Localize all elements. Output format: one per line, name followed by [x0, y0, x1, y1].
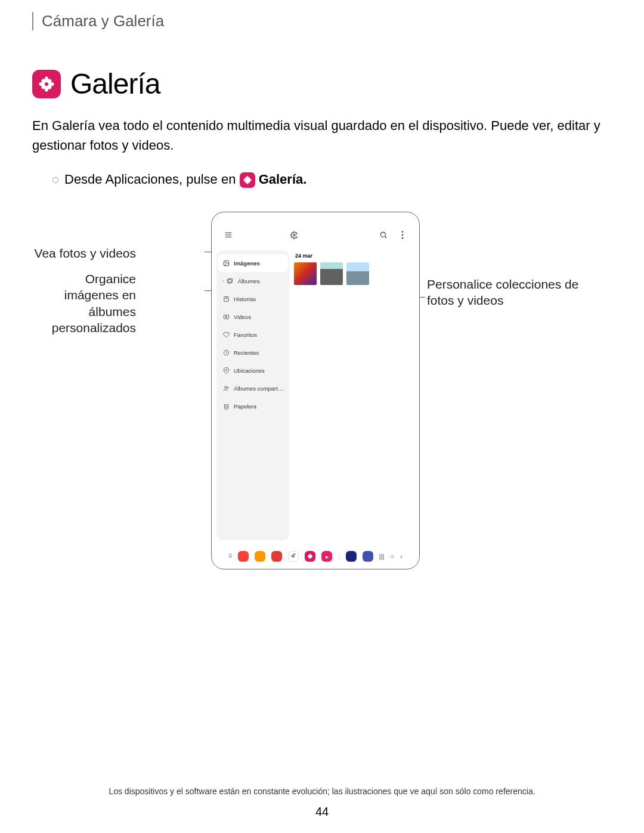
clock-icon [222, 349, 230, 356]
device-mockup: Imágenes › Álbumes Historias [211, 212, 420, 569]
sidebar-label: Imágenes [234, 260, 260, 267]
home-nav-icon[interactable]: ○ [390, 553, 394, 560]
search-icon[interactable] [379, 230, 388, 240]
heart-icon [222, 331, 230, 338]
sidebar-item-locations[interactable]: Ubicaciones [218, 361, 288, 379]
svg-marker-17 [225, 316, 227, 318]
svg-point-4 [380, 233, 385, 237]
chrome-icon[interactable] [288, 551, 299, 562]
sidebar-label: Historias [234, 296, 256, 302]
people-icon [222, 385, 230, 392]
svg-line-5 [385, 237, 387, 239]
sidebar-item-albums[interactable]: › Álbumes [218, 272, 288, 290]
app-icon[interactable] [238, 551, 249, 562]
sidebar-item-stories[interactable]: Historias [218, 290, 288, 308]
albums-icon [227, 277, 234, 284]
app-icon[interactable] [271, 551, 282, 562]
sidebar-item-favorites[interactable]: Favoritos [218, 326, 288, 343]
svg-point-6 [402, 231, 404, 233]
device-taskbar: ⠿ ▸ | ||| ○ ‹ [212, 545, 419, 569]
gallery-inline-icon [240, 172, 255, 188]
photo-thumbnail[interactable] [320, 262, 343, 285]
sidebar-label: Recientes [234, 349, 259, 356]
app-icon[interactable] [255, 551, 265, 562]
svg-point-19 [225, 369, 227, 371]
sidebar-item-videos[interactable]: Videos [218, 308, 288, 326]
breadcrumb: Cámara y Galería [42, 12, 608, 30]
svg-point-7 [402, 234, 404, 236]
pin-icon [222, 367, 230, 374]
sidebar-label: Álbumes [238, 278, 260, 284]
svg-point-20 [224, 386, 226, 388]
menu-icon[interactable] [224, 230, 233, 240]
apps-grid-icon[interactable]: ⠿ [228, 553, 232, 559]
page-number: 44 [0, 805, 644, 819]
sidebar-label: Favoritos [234, 332, 257, 338]
gallery-taskbar-icon[interactable] [305, 551, 315, 562]
sidebar-label: Papelera [234, 403, 256, 410]
callout-albums: Organice imágenes en álbumes personaliza… [32, 271, 136, 336]
gallery-app-icon [32, 70, 61, 98]
gear-icon[interactable] [289, 230, 299, 240]
photo-thumbnail[interactable] [346, 262, 369, 285]
svg-point-8 [402, 237, 404, 239]
sidebar-item-recents[interactable]: Recientes [218, 343, 288, 361]
recents-nav-icon[interactable]: ||| [379, 553, 385, 560]
page-title: Galería [70, 67, 160, 100]
sidebar-item-images[interactable]: Imágenes [218, 254, 288, 272]
video-icon [222, 313, 230, 320]
sidebar-item-shared-albums[interactable]: Álbumes compart… [218, 379, 288, 397]
chevron-right-icon: › [222, 278, 224, 284]
sidebar-label: Ubicaciones [234, 367, 265, 374]
svg-point-10 [225, 262, 225, 262]
gallery-grid: 24 mar [293, 250, 414, 540]
sidebar-label: Videos [234, 314, 251, 320]
trash-icon [222, 402, 230, 410]
callout-photos-videos: Vea fotos y videos [35, 245, 136, 261]
bullet-icon [52, 177, 58, 183]
sidebar-item-trash[interactable]: Papelera [218, 397, 288, 415]
instruction-text: Desde Aplicaciones, pulse en Galería. [64, 172, 306, 188]
sidebar-label: Álbumes compart… [234, 385, 283, 392]
svg-point-21 [227, 387, 228, 388]
intro-text: En Galería vea todo el contenido multime… [32, 116, 608, 155]
date-header: 24 mar [294, 253, 413, 259]
app-icon[interactable] [363, 551, 373, 562]
disclaimer-text: Los dispositivos y el software están en … [0, 786, 644, 796]
phone-diagram: Vea fotos y videos Organice imágenes en … [32, 212, 608, 593]
divider: | [338, 553, 340, 560]
more-icon[interactable] [398, 230, 407, 240]
app-icon[interactable] [346, 551, 357, 562]
stories-icon [222, 295, 230, 302]
app-icon[interactable]: ▸ [321, 551, 332, 562]
image-icon [222, 259, 230, 267]
callout-stories: Personalice colecciones de fotos y video… [427, 276, 608, 309]
back-nav-icon[interactable]: ‹ [400, 553, 402, 560]
photo-thumbnail[interactable] [294, 262, 317, 285]
svg-point-3 [293, 234, 295, 236]
gallery-sidebar: Imágenes › Álbumes Historias [216, 250, 289, 540]
